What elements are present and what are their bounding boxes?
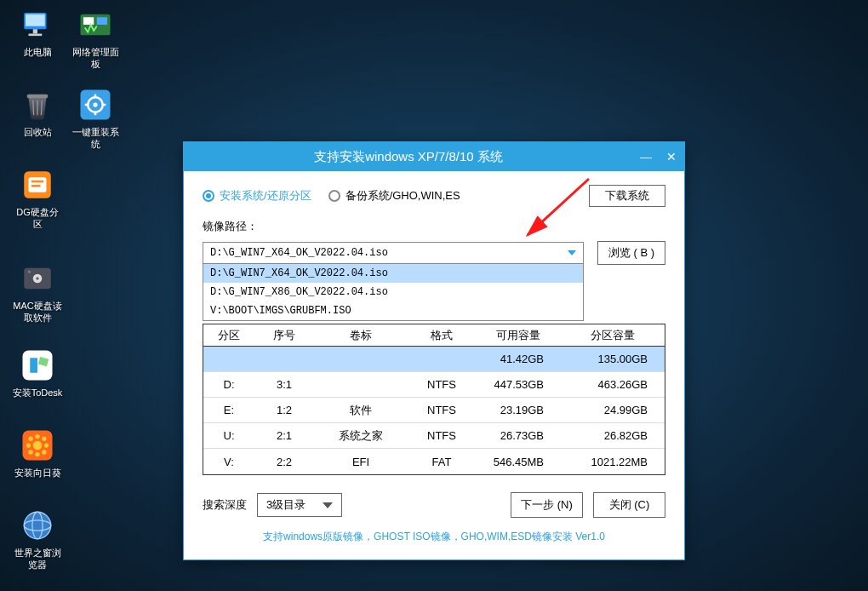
reinstall-icon: [77, 87, 113, 123]
dropdown-option[interactable]: D:\G_WIN7_X64_OK_V2022.04.iso: [203, 264, 583, 283]
combo-value: D:\G_WIN7_X64_OK_V2022.04.iso: [210, 247, 388, 259]
dropdown-option[interactable]: V:\BOOT\IMGS\GRUBFM.ISO: [203, 301, 583, 320]
next-button[interactable]: 下一步 (N): [511, 492, 583, 518]
svg-point-10: [93, 102, 97, 106]
todesk-icon: [20, 347, 55, 383]
table-header-cell: 可用容量: [476, 328, 561, 343]
icon-label: 网络管理面板: [70, 46, 121, 70]
svg-point-27: [42, 437, 46, 441]
icon-label: 一键重装系统: [70, 126, 121, 150]
svg-point-21: [33, 441, 43, 450]
path-label: 镜像路径：: [203, 219, 665, 234]
desktop-icon-network[interactable]: 网络管理面板: [70, 7, 121, 70]
desktop-icon-computer[interactable]: 此电脑: [12, 7, 63, 58]
dg-icon: [20, 167, 55, 203]
search-depth-label: 搜索深度: [203, 497, 247, 513]
icon-label: 世界之窗浏览器: [12, 547, 63, 571]
iso-path-combobox[interactable]: D:\G_WIN7_X64_OK_V2022.04.iso: [203, 242, 584, 264]
desktop-icon-sunflower[interactable]: 安装向日葵: [12, 427, 63, 479]
svg-rect-3: [29, 34, 43, 37]
svg-rect-7: [27, 95, 49, 98]
cancel-button[interactable]: 关闭 (C): [593, 492, 665, 518]
icon-label: 安装向日葵: [12, 467, 63, 479]
svg-point-29: [42, 450, 46, 454]
svg-point-24: [26, 443, 31, 447]
desktop-icon-todesk[interactable]: 安装ToDesk: [12, 347, 63, 399]
desktop-icon-browser[interactable]: 世界之窗浏览器: [12, 508, 63, 571]
table-row[interactable]: C: 2:3 NTFS 41.42GB 135.00GB: [203, 347, 665, 372]
icon-label: MAC硬盘读取软件: [12, 300, 63, 324]
svg-point-26: [29, 437, 33, 441]
icon-label: 安装ToDesk: [12, 387, 63, 399]
table-row[interactable]: U: 2:1 系统之家 NTFS 26.73GB 26.82GB: [203, 423, 665, 449]
table-row[interactable]: E: 1:2 软件 NTFS 23.19GB 24.99GB: [203, 398, 665, 423]
desktop-icon-recycle[interactable]: 回收站: [12, 87, 63, 138]
browser-icon: [20, 508, 55, 543]
table-row[interactable]: D: 3:1 NTFS 447.53GB 463.26GB: [203, 372, 665, 398]
mac-icon: [20, 261, 55, 296]
install-radio[interactable]: 安装系统/还原分区: [203, 188, 311, 204]
svg-point-22: [35, 434, 39, 439]
svg-point-25: [44, 443, 49, 447]
iso-path-dropdown[interactable]: D:\G_WIN7_X64_OK_V2022.04.isoD:\G_WIN7_X…: [203, 264, 584, 321]
window-title: 支持安装windows XP/7/8/10 系统: [184, 149, 633, 165]
svg-rect-1: [26, 14, 45, 26]
desktop-icon-mac[interactable]: MAC硬盘读取软件: [12, 261, 63, 324]
svg-rect-5: [83, 17, 94, 25]
radio-dot-icon: [203, 190, 214, 202]
icon-label: 回收站: [12, 126, 63, 138]
svg-rect-6: [97, 17, 107, 25]
desktop-icon-dg[interactable]: DG硬盘分区: [12, 167, 63, 230]
svg-point-18: [28, 271, 31, 273]
radio-dot-icon: [328, 190, 340, 202]
table-row[interactable]: V: 2:2 EFI FAT 546.45MB 1021.22MB: [203, 449, 665, 474]
table-header-cell: 分区: [203, 328, 254, 343]
chevron-down-icon: [568, 250, 576, 255]
svg-point-23: [35, 452, 39, 456]
icon-label: DG硬盘分区: [12, 206, 63, 230]
download-button[interactable]: 下载系统: [589, 185, 665, 207]
search-depth-select[interactable]: 3级目录: [257, 493, 342, 517]
svg-rect-13: [31, 181, 43, 183]
network-icon: [77, 7, 113, 43]
svg-point-17: [36, 277, 39, 280]
desktop-icon-reinstall[interactable]: 一键重装系统: [70, 87, 121, 150]
table-header-cell: 卷标: [314, 328, 408, 343]
partition-table: 分区序号卷标格式可用容量分区容量 C: 2:3 NTFS 41.42GB 135…: [203, 324, 665, 475]
computer-icon: [20, 7, 55, 43]
table-header-cell: 序号: [254, 328, 314, 343]
icon-label: 此电脑: [12, 46, 63, 58]
table-header-cell: 分区容量: [561, 328, 665, 343]
table-header-cell: 格式: [408, 328, 476, 343]
dropdown-option[interactable]: D:\G_WIN7_X86_OK_V2022.04.iso: [203, 283, 583, 301]
svg-point-28: [29, 450, 33, 454]
installer-dialog: 支持安装windows XP/7/8/10 系统 — ✕ 安装系统/还原分区 备…: [183, 141, 685, 560]
svg-rect-2: [33, 29, 37, 33]
close-button[interactable]: ✕: [659, 142, 684, 171]
browse-button[interactable]: 浏览 ( B ): [597, 241, 665, 265]
minimize-button[interactable]: —: [633, 142, 659, 171]
table-header-row: 分区序号卷标格式可用容量分区容量: [203, 324, 665, 347]
backup-radio[interactable]: 备份系统/GHO,WIN,ES: [328, 188, 460, 204]
footer-text: 支持windows原版镜像，GHOST ISO镜像，GHO,WIM,ESD镜像安…: [203, 530, 665, 544]
titlebar[interactable]: 支持安装windows XP/7/8/10 系统 — ✕: [184, 142, 684, 171]
sunflower-icon: [20, 427, 55, 463]
svg-rect-14: [31, 185, 41, 187]
chevron-down-icon: [323, 502, 333, 508]
recycle-icon: [20, 87, 55, 123]
